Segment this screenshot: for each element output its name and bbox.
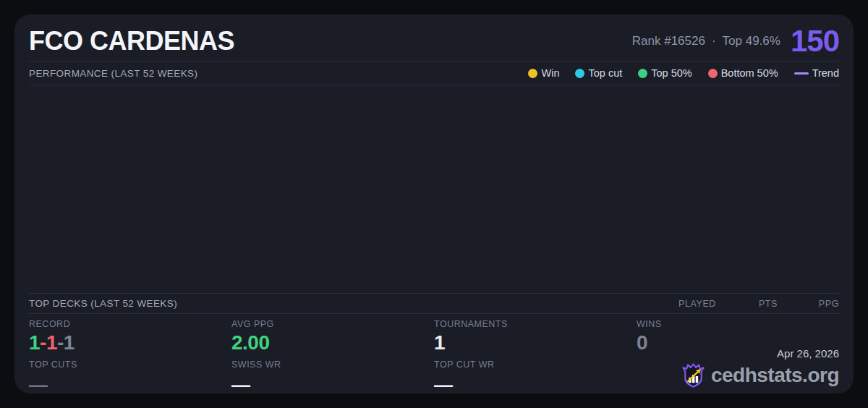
stat-wins-label: WINS xyxy=(637,319,839,329)
bottom-50-dot-icon xyxy=(708,69,718,78)
legend-item-top-cut: Top cut xyxy=(575,67,622,79)
legend-item-top-50: Top 50% xyxy=(638,67,692,79)
rank-separator: · xyxy=(712,34,716,48)
top-50-dot-icon xyxy=(638,69,647,78)
top-decks-section-label: TOP DECKS (LAST 52 WEEKS) xyxy=(29,298,177,309)
record-draws: -1 xyxy=(57,331,75,354)
stat-swiss-wr: SWISS WR — xyxy=(231,360,434,396)
stat-top-cut-wr: TOP CUT WR — xyxy=(434,360,637,396)
legend-item-bottom-50: Bottom 50% xyxy=(708,67,778,79)
brand-name: cedhstats.org xyxy=(711,365,839,386)
stat-top-cut-wr-value: — xyxy=(434,374,637,396)
stat-swiss-wr-value: — xyxy=(231,374,434,396)
column-played: PLAYED xyxy=(655,299,716,309)
stat-record-value: 1-1-1 xyxy=(29,332,231,353)
stats-grid: RECORD 1-1-1 AVG PPG 2.00 TOURNAMENTS 1 … xyxy=(14,314,854,394)
stat-tournaments-value: 1 xyxy=(434,332,637,353)
rank-number: Rank #16526 xyxy=(632,34,705,48)
card-header: FCO CARDENAS Rank #16526 · Top 49.6% 150 xyxy=(14,14,854,61)
player-name: FCO CARDENAS xyxy=(29,26,234,56)
top-decks-column-headers: PLAYED PTS PPG xyxy=(655,299,839,309)
elo-rating: 150 xyxy=(791,26,839,56)
stat-top-cuts: TOP CUTS — xyxy=(29,360,231,396)
brand-row: cedhstats.org xyxy=(681,362,839,388)
record-losses: -1 xyxy=(40,331,57,354)
top-decks-header-row: TOP DECKS (LAST 52 WEEKS) PLAYED PTS PPG xyxy=(14,294,854,313)
column-ppg: PPG xyxy=(778,299,839,309)
stat-top-cuts-label: TOP CUTS xyxy=(29,360,231,370)
record-wins: 1 xyxy=(29,331,40,354)
trend-line-icon xyxy=(794,72,809,75)
stat-avg-ppg-label: AVG PPG xyxy=(231,319,434,329)
performance-chart-empty xyxy=(14,85,854,293)
performance-section-label: PERFORMANCE (LAST 52 WEEKS) xyxy=(29,68,197,79)
stat-avg-ppg-value: 2.00 xyxy=(231,332,434,353)
stat-tournaments-label: TOURNAMENTS xyxy=(434,319,637,329)
performance-header-row: PERFORMANCE (LAST 52 WEEKS) Win Top cut … xyxy=(14,61,854,85)
top-cut-dot-icon xyxy=(575,69,584,78)
rank-text: Rank #16526 · Top 49.6% xyxy=(632,34,780,48)
legend-item-win: Win xyxy=(528,67,559,79)
win-dot-icon xyxy=(528,69,537,78)
stat-top-cut-wr-label: TOP CUT WR xyxy=(434,360,637,370)
stat-avg-ppg: AVG PPG 2.00 xyxy=(231,319,434,360)
stat-record: RECORD 1-1-1 xyxy=(29,319,231,360)
legend-item-trend: Trend xyxy=(794,67,839,79)
report-date: Apr 26, 2026 xyxy=(777,347,839,360)
column-pts: PTS xyxy=(716,299,778,309)
cedhstats-logo-icon xyxy=(681,362,706,388)
stat-swiss-wr-label: SWISS WR xyxy=(231,360,434,370)
stat-record-label: RECORD xyxy=(29,319,231,329)
player-stats-card: FCO CARDENAS Rank #16526 · Top 49.6% 150… xyxy=(14,14,854,394)
chart-legend: Win Top cut Top 50% Bottom 50% Trend xyxy=(528,67,839,79)
rank-summary: Rank #16526 · Top 49.6% 150 xyxy=(632,26,839,56)
footer-branding: Apr 26, 2026 cedhstats.org xyxy=(681,347,839,388)
stat-top-cuts-value: — xyxy=(29,374,231,396)
top-percent: Top 49.6% xyxy=(723,34,780,48)
stat-tournaments: TOURNAMENTS 1 xyxy=(434,319,637,360)
